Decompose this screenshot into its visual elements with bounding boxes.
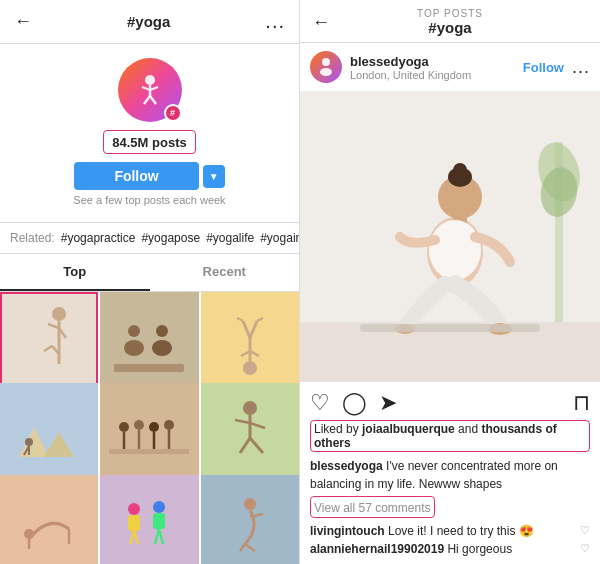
grid-item-7[interactable]: [0, 475, 98, 564]
yoga-pose-7: [4, 479, 94, 564]
caption-username[interactable]: blessedyoga: [310, 459, 383, 473]
related-bar: Related: #yogapractice #yogapose #yogali…: [0, 222, 299, 254]
post-avatar: [310, 51, 342, 83]
comment-1-like[interactable]: ♡: [580, 524, 590, 537]
tabs-bar: Top Recent: [0, 254, 299, 292]
svg-point-70: [322, 58, 330, 66]
svg-rect-52: [4, 479, 94, 564]
yoga-pose-6: [205, 388, 295, 478]
svg-point-16: [124, 340, 144, 356]
comment-2-like[interactable]: ♡: [580, 542, 590, 555]
more-options-icon[interactable]: ...: [265, 10, 285, 33]
comment-1-username[interactable]: livingintouch: [310, 524, 385, 538]
comment-1-body: Love it! I need to try this 😍: [385, 524, 534, 538]
svg-point-32: [25, 438, 33, 446]
hashtag-symbol: #: [170, 108, 175, 118]
caption-section: blessedyoga I've never concentrated more…: [300, 456, 600, 496]
yoga-pose-5: [104, 387, 194, 477]
svg-point-7: [52, 307, 66, 321]
yoga-pose-8: [104, 479, 194, 564]
profile-section: # 84.5M posts Follow ▼ See a few top pos…: [0, 44, 299, 222]
grid-item-3[interactable]: [201, 292, 299, 390]
like-icon[interactable]: ♡: [310, 390, 330, 416]
likes-section: Liked by joiaalbuquerque and thousands o…: [300, 420, 600, 456]
follow-dropdown-button[interactable]: ▼: [203, 165, 225, 188]
grid-item-9[interactable]: [201, 475, 299, 564]
svg-rect-19: [114, 364, 184, 372]
comment-2-username[interactable]: alanniehernail19902019: [310, 542, 444, 556]
grid-item-1[interactable]: [0, 292, 98, 390]
svg-point-18: [152, 340, 172, 356]
tab-recent[interactable]: Recent: [150, 254, 300, 291]
svg-rect-58: [128, 515, 140, 531]
svg-rect-85: [360, 324, 540, 332]
grid-item-2[interactable]: [100, 292, 198, 390]
grid-image-6: [201, 383, 299, 481]
bookmark-icon[interactable]: ⊓: [573, 390, 590, 416]
svg-rect-29: [4, 387, 94, 477]
svg-line-5: [150, 96, 156, 104]
left-panel: ← #yoga ... # 84.5M posts: [0, 0, 300, 564]
svg-point-61: [153, 501, 165, 513]
left-header: ← #yoga ...: [0, 0, 299, 44]
svg-point-0: [145, 75, 155, 85]
grid-item-8[interactable]: [100, 475, 198, 564]
svg-point-71: [320, 68, 332, 76]
svg-point-17: [156, 325, 168, 337]
view-comments-button[interactable]: View all 57 comments: [314, 501, 431, 515]
svg-point-66: [244, 498, 256, 510]
posts-count-badge: 84.5M posts: [103, 130, 195, 154]
related-tag-4[interactable]: #yogainst: [260, 231, 299, 245]
yoga-avatar-image: [130, 70, 170, 110]
follow-button[interactable]: Follow: [74, 162, 198, 190]
post-username[interactable]: blessedyoga: [350, 54, 515, 69]
related-tag-3[interactable]: #yogalife: [206, 231, 254, 245]
post-image: [300, 92, 600, 382]
comment-2-body: Hi gorgeous: [444, 542, 512, 556]
svg-point-82: [429, 220, 481, 280]
grid-image-9: [201, 475, 299, 564]
right-back-button[interactable]: ←: [312, 12, 330, 33]
likes-text-2: and: [455, 422, 482, 436]
grid-item-6[interactable]: [201, 383, 299, 481]
svg-point-57: [128, 503, 140, 515]
svg-rect-65: [205, 479, 295, 564]
grid-item-4[interactable]: [0, 383, 98, 481]
tab-top[interactable]: Top: [0, 254, 150, 291]
grid-item-5[interactable]: [100, 383, 198, 481]
svg-rect-62: [153, 513, 165, 529]
share-icon[interactable]: ➤: [379, 390, 397, 416]
view-comments-badge: View all 57 comments: [310, 496, 435, 518]
likes-text-1: Liked by: [314, 422, 362, 436]
comment-2-text: alanniehernail19902019 Hi gorgeous: [310, 542, 576, 556]
right-hashtag: #yoga: [428, 19, 471, 36]
svg-line-4: [144, 96, 150, 104]
svg-point-80: [453, 163, 467, 177]
grid-image-8: [100, 475, 198, 564]
top-posts-label: TOP POSTS: [417, 8, 483, 19]
photo-grid: [0, 292, 299, 564]
see-top-posts-text: See a few top posts each week: [73, 194, 225, 206]
svg-rect-6: [4, 296, 94, 386]
likes-text: Liked by joiaalbuquerque and thousands o…: [310, 436, 590, 450]
post-follow-button[interactable]: Follow: [523, 60, 564, 75]
related-tag-2[interactable]: #yogapose: [141, 231, 200, 245]
svg-point-38: [149, 422, 159, 432]
follow-btn-container: Follow ▼: [74, 162, 224, 190]
comment-row-2: alanniehernail19902019 Hi gorgeous ♡: [300, 540, 600, 558]
post-avatar-image: [316, 57, 336, 77]
grid-image-7: [0, 475, 98, 564]
comment-icon[interactable]: ◯: [342, 390, 367, 416]
related-tag-1[interactable]: #yogapractice: [61, 231, 136, 245]
yoga-pose-2: [104, 296, 194, 386]
likes-username[interactable]: joiaalbuquerque: [362, 422, 455, 436]
yoga-pose-3: [205, 296, 295, 386]
hashtag-avatar: #: [118, 58, 182, 122]
comment-1-text: livingintouch Love it! I need to try thi…: [310, 524, 576, 538]
right-panel: ← TOP POSTS #yoga blessedyoga London, Un…: [300, 0, 600, 564]
post-more-options[interactable]: ...: [572, 57, 590, 78]
svg-point-21: [243, 361, 257, 375]
svg-point-46: [243, 401, 257, 415]
grid-image-5: [100, 383, 198, 481]
back-button[interactable]: ←: [14, 11, 32, 32]
